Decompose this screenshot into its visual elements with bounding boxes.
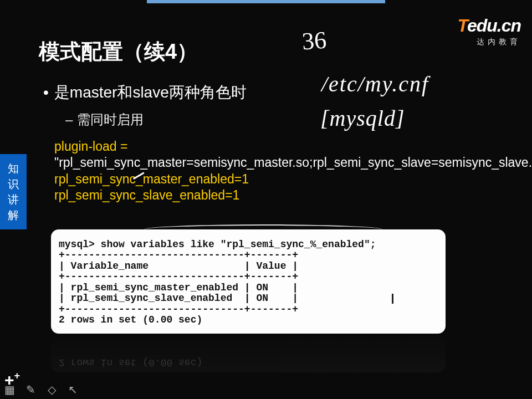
bottom-toolbar: ▦ ✎ ◇ ↖ (3, 383, 79, 396)
bullet-level-2: –需同时启用 (65, 111, 144, 129)
side-tab-char: 知 (0, 161, 27, 176)
side-tab-char: 解 (0, 207, 27, 223)
logo-letter-t: T (458, 16, 467, 35)
code-line-3: rpl_semi_sync_master_enabled=1 (54, 172, 249, 186)
term-line: | Variable_name | Value | (59, 260, 298, 272)
code-line-4: rpl_semi_sync_slave_enabled=1 (54, 188, 239, 202)
bullet-dot-icon: • (43, 84, 49, 101)
logo-rest: edu.cn (467, 16, 521, 35)
grid-icon[interactable]: ▦ (3, 383, 16, 396)
brand-logo: Tedu.cn 达内教育 (458, 16, 521, 47)
term-line: | rpl_semi_sync_master_enabled | ON | (59, 282, 298, 293)
config-code-block: plugin-load = "rpl_semi_sync_master=semi… (54, 139, 509, 204)
term-line: +------------------------------+-------+ (59, 271, 298, 282)
bullet1-text: 是master和slave两种角色时 (54, 84, 247, 101)
side-tab-char: 识 (0, 176, 27, 192)
bullet2-text: 需同时启用 (77, 112, 144, 127)
pen-icon[interactable]: ✎ (24, 383, 37, 396)
term-line: +------------------------------+-------+ (59, 249, 298, 260)
terminal-output: mysql> show variables like "rpl_semi_syn… (51, 229, 446, 334)
bullet-dash-icon: – (65, 112, 73, 127)
code-line-2: "rpl_semi_sync_master=semisync_master.so… (54, 155, 532, 170)
cursor-icon[interactable]: ↖ (66, 383, 79, 396)
top-decoration (147, 0, 385, 3)
logo-subtitle: 达内教育 (458, 37, 521, 47)
code-line-1: plugin-load = (54, 139, 127, 154)
handwriting-note-3: [mysqld] (320, 105, 405, 131)
annotation-tick-icon (388, 294, 393, 304)
slide-title: 模式配置（续4） (39, 38, 198, 66)
logo-text: Tedu.cn (458, 16, 521, 36)
term-line: 2 rows in set (0.00 sec) (59, 314, 202, 325)
term-line: mysql> show variables like "rpl_semi_syn… (59, 239, 376, 250)
bullet-level-1: •是master和slave两种角色时 (43, 82, 247, 103)
handwriting-note-2: /etc/my.cnf (321, 71, 429, 97)
eraser-icon[interactable]: ◇ (45, 383, 58, 396)
side-tab-knowledge[interactable]: 知 识 讲 解 (0, 154, 27, 229)
handwriting-note-1: 36 (301, 26, 327, 56)
term-line: +------------------------------+-------+ (59, 304, 298, 315)
side-tab-char: 讲 (0, 192, 27, 207)
terminal-reflection: 2 rows in set (0.00 sec) (51, 334, 446, 372)
term-line: | rpl_semi_sync_slave_enabled | ON | (59, 293, 298, 304)
